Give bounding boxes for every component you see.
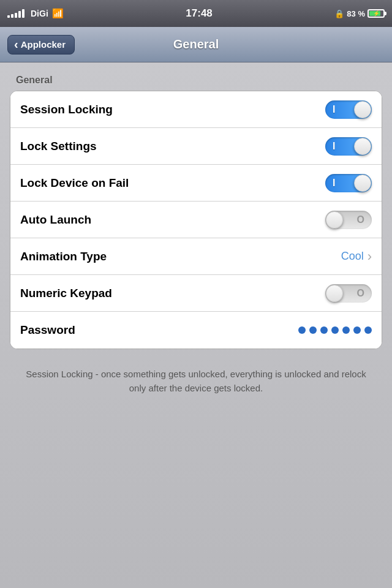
password-row[interactable]: Password [10, 312, 382, 349]
auto-launch-row: Auto Launch O [10, 202, 382, 238]
lock-device-fail-label: Lock Device on Fail [20, 176, 129, 190]
animation-type-label: Animation Type [20, 250, 107, 263]
password-dot-4 [331, 326, 339, 334]
numeric-keypad-control[interactable]: O [325, 284, 372, 303]
session-locking-control[interactable]: I [325, 100, 372, 119]
charging-bolt: ⚡ [373, 10, 380, 17]
main-content: General Session Locking I Lock Settings … [0, 62, 392, 588]
auto-launch-toggle[interactable]: O [325, 211, 372, 229]
status-bar: DiGi 📶 17:48 🔒 83 % ⚡ [0, 0, 392, 27]
password-dots [298, 326, 372, 334]
toggle-thumb [326, 211, 343, 228]
toggle-off-label: O [357, 214, 364, 225]
battery-percent: 83 % [347, 9, 365, 18]
wifi-icon: 📶 [52, 8, 64, 19]
password-dot-5 [342, 326, 350, 334]
signal-bars [7, 9, 24, 18]
toggle-thumb [354, 175, 371, 192]
lock-settings-toggle[interactable]: I [325, 137, 372, 156]
password-control[interactable] [298, 326, 372, 334]
password-dot-7 [364, 326, 372, 334]
animation-type-value: Cool [341, 250, 364, 263]
toggle-on-label: I [333, 104, 335, 115]
auto-launch-label: Auto Launch [20, 213, 91, 227]
password-dot-3 [320, 326, 328, 334]
nav-bar: Applocker General [0, 27, 392, 62]
status-left: DiGi 📶 [7, 8, 64, 19]
carrier-label: DiGi [31, 9, 48, 18]
chevron-right-icon: › [368, 250, 372, 263]
password-dot-1 [298, 326, 306, 334]
animation-type-row[interactable]: Animation Type Cool › [10, 238, 382, 275]
toggle-on-label: I [333, 141, 335, 152]
lock-device-fail-toggle[interactable]: I [325, 174, 372, 192]
footer-text: Session Locking - once something gets un… [10, 361, 382, 401]
lock-settings-label: Lock Settings [20, 140, 97, 153]
numeric-keypad-label: Numeric Keypad [20, 287, 112, 300]
status-right: 🔒 83 % ⚡ [334, 9, 385, 18]
password-dot-6 [353, 326, 361, 334]
numeric-keypad-toggle[interactable]: O [325, 284, 372, 303]
time-display: 17:48 [186, 7, 212, 20]
lock-settings-control[interactable]: I [325, 137, 372, 156]
password-dot-2 [309, 326, 317, 334]
animation-type-control[interactable]: Cool › [341, 250, 372, 263]
lock-settings-row: Lock Settings I [10, 128, 382, 165]
session-locking-toggle[interactable]: I [325, 100, 372, 119]
section-header: General [10, 75, 382, 91]
lock-device-fail-row: Lock Device on Fail I [10, 165, 382, 202]
lock-icon: 🔒 [334, 9, 344, 18]
toggle-off-label: O [357, 288, 364, 299]
auto-launch-control[interactable]: O [325, 211, 372, 229]
toggle-thumb [354, 138, 371, 155]
password-label: Password [20, 323, 75, 337]
toggle-on-label: I [333, 178, 335, 189]
battery-indicator: ⚡ [368, 9, 385, 18]
toggle-thumb [326, 285, 343, 302]
settings-group: Session Locking I Lock Settings I Lock D… [10, 91, 382, 349]
session-locking-label: Session Locking [20, 103, 113, 116]
back-button[interactable]: Applocker [7, 35, 75, 55]
toggle-thumb [354, 101, 371, 118]
session-locking-row: Session Locking I [10, 91, 382, 128]
numeric-keypad-row: Numeric Keypad O [10, 275, 382, 312]
nav-title: General [173, 37, 219, 51]
lock-device-fail-control[interactable]: I [325, 174, 372, 192]
